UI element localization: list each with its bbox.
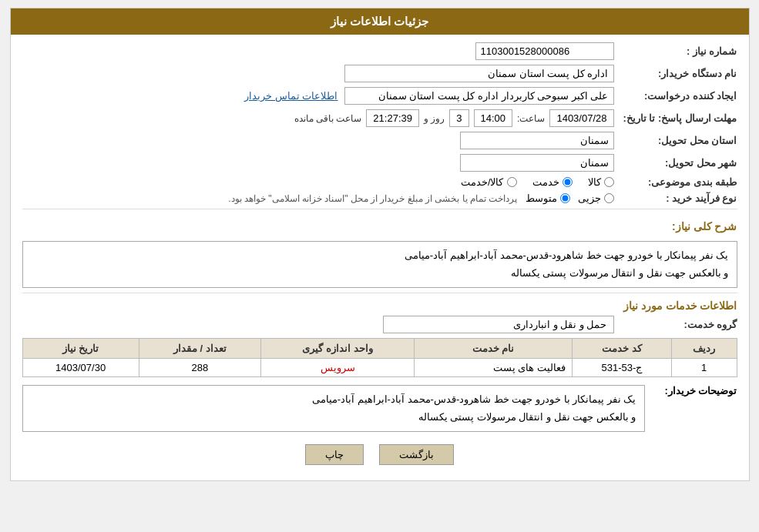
buyer-desc-line1: یک نفر پیمانکار با خودرو جهت خط شاهرود-ق… <box>312 393 636 405</box>
row-ostan: استان محل تحویل: سمنان <box>22 132 737 149</box>
back-button[interactable]: بازگشت <box>379 444 454 465</box>
radio-motawaset-label: متوسط <box>526 192 557 204</box>
value-buyer-desc: یک نفر پیمانکار با خودرو جهت خط شاهرود-ق… <box>22 385 645 432</box>
col-tedad: تعداد / مقدار <box>139 338 260 358</box>
cell-radif: 1 <box>671 358 737 376</box>
value-mohlat-remain: 21:27:39 <box>366 109 419 127</box>
value-shomare-niaz: 1103001528000086 <box>475 42 614 60</box>
cell-tedad: 288 <box>139 358 260 376</box>
radio-kala[interactable]: کالا <box>588 176 614 188</box>
divider-2 <box>22 293 737 293</box>
radio-jozii-input[interactable] <box>604 193 614 203</box>
link-tamas-khardar[interactable]: اطلاعات تماس خریدار <box>244 90 338 102</box>
cell-name: فعالیت های پست <box>415 358 573 376</box>
row-sharh: شرح کلی نیاز: <box>22 214 737 236</box>
label-tabaqe: طبقه بندی موضوعی: <box>614 176 737 188</box>
col-name: نام خدمت <box>415 338 573 358</box>
label-namdastgah: نام دستگاه خریدار: <box>614 68 737 79</box>
buyer-desc-line2: و بالعکس جهت نقل و انتقال مرسولات پستی ی… <box>418 411 636 423</box>
radio-kala-khedmat-label: کالا/خدمت <box>461 176 504 188</box>
label-mohlat-time: ساعت: <box>517 113 545 124</box>
radio-khedmat-label: خدمت <box>532 176 559 188</box>
value-namdastgah: اداره کل پست استان سمنان <box>344 65 614 82</box>
divider-1 <box>22 209 737 209</box>
page-header: جزئیات اطلاعات نیاز <box>11 8 749 35</box>
label-noeFarayand: نوع فرآیند خرید : <box>614 192 737 204</box>
value-shahr: سمنان <box>460 154 614 172</box>
radio-kala-khedmat[interactable]: کالا/خدمت <box>461 176 517 188</box>
row-namdastgah: نام دستگاه خریدار: اداره کل پست استان سم… <box>22 65 737 82</box>
label-buyer-desc: توضیحات خریدار: <box>645 385 737 396</box>
label-shahr: شهر محل تحویل: <box>614 157 737 169</box>
farayand-row: جزیی متوسط پرداخت تمام یا بخشی از مبلغ خ… <box>228 192 613 204</box>
tabaqe-radio-group: کالا خدمت کالا/خدمت <box>461 176 614 188</box>
content-area: شماره نیاز : 1103001528000086 نام دستگاه… <box>11 35 749 480</box>
cell-vahed: سرویس <box>260 358 414 376</box>
services-table: ردیف کد خدمت نام خدمت واحد اندازه گیری ت… <box>22 338 737 377</box>
label-goroh: گروه خدمت: <box>614 319 737 330</box>
row-ejadkonande: ایجاد کننده درخواست: علی اکبر سبوحی کارب… <box>22 87 737 105</box>
farayand-text: پرداخت تمام یا بخشی از مبلغ خریدار از مح… <box>228 193 517 204</box>
value-mohlat-time: 14:00 <box>474 109 513 127</box>
col-tarikh: تاریخ نیاز <box>22 338 139 358</box>
unit-text: سرویس <box>321 362 355 373</box>
table-row: 1 ج-53-531 فعالیت های پست سرویس 288 1403… <box>22 358 737 376</box>
label-ejadkonande: ایجاد کننده درخواست: <box>614 90 737 102</box>
radio-motawaset-input[interactable] <box>560 193 570 203</box>
label-ostan: استان محل تحویل: <box>614 135 737 146</box>
page-title: جزئیات اطلاعات نیاز <box>331 15 428 28</box>
row-buyer-desc: توضیحات خریدار: یک نفر پیمانکار با خودرو… <box>22 385 737 432</box>
row-shomare-niaz: شماره نیاز : 1103001528000086 <box>22 42 737 60</box>
row-mohlat: مهلت ارسال پاسخ: تا تاریخ: 1403/07/28 سا… <box>22 109 737 127</box>
row-shahr: شهر محل تحویل: سمنان <box>22 154 737 172</box>
radio-kala-khedmat-input[interactable] <box>507 177 517 187</box>
main-container: جزئیات اطلاعات نیاز شماره نیاز : 1103001… <box>10 8 750 481</box>
label-mohlat-remain: ساعت باقی مانده <box>294 113 362 124</box>
radio-jozii[interactable]: جزیی <box>578 192 614 204</box>
label-mohlat: مهلت ارسال پاسخ: تا تاریخ: <box>614 112 737 124</box>
value-mohlat-date: 1403/07/28 <box>549 109 613 127</box>
button-row: بازگشت چاپ <box>22 437 737 473</box>
radio-kala-label: کالا <box>588 176 601 188</box>
radio-jozii-label: جزیی <box>578 192 601 204</box>
radio-khedmat-input[interactable] <box>563 177 573 187</box>
col-kod: کد خدمت <box>573 338 672 358</box>
label-sharh: شرح کلی نیاز: <box>672 220 737 233</box>
cell-tarikh: 1403/07/30 <box>22 358 139 376</box>
col-vahed: واحد اندازه گیری <box>260 338 414 358</box>
value-goroh: حمل و نقل و انبارداری <box>383 316 614 333</box>
col-radif: ردیف <box>671 338 737 358</box>
label-mohlat-day: روز و <box>424 113 445 124</box>
value-mohlat-days: 3 <box>449 109 468 127</box>
sharh-line2: و بالعکس جهت نقل و انتقال مرسولات پستی ی… <box>511 267 729 279</box>
value-ejadkonande: علی اکبر سبوحی کاربردار اداره کل پست است… <box>344 87 614 105</box>
value-ostan: سمنان <box>460 132 614 149</box>
radio-kala-input[interactable] <box>604 177 614 187</box>
row-goroh: گروه خدمت: حمل و نقل و انبارداری <box>22 316 737 333</box>
sharh-line1: یک نفر پیمانکار با خودرو جهت خط شاهرود-ق… <box>405 249 729 261</box>
radio-motawaset[interactable]: متوسط <box>526 192 570 204</box>
row-noeFarayand: نوع فرآیند خرید : جزیی متوسط پرداخت تمام… <box>22 192 737 204</box>
row-tabaqe: طبقه بندی موضوعی: کالا خدمت کالا/خدمت <box>22 176 737 188</box>
cell-kod: ج-53-531 <box>573 358 672 376</box>
radio-khedmat[interactable]: خدمت <box>532 176 573 188</box>
value-sharh: یک نفر پیمانکار با خودرو جهت خط شاهرود-ق… <box>22 241 737 288</box>
print-button[interactable]: چاپ <box>305 444 364 465</box>
label-shomare-niaz: شماره نیاز : <box>614 45 737 57</box>
khadamat-section-title: اطلاعات خدمات مورد نیاز <box>22 299 737 312</box>
deadline-row: 1403/07/28 ساعت: 14:00 3 روز و 21:27:39 … <box>294 109 614 127</box>
table-header-row: ردیف کد خدمت نام خدمت واحد اندازه گیری ت… <box>22 338 737 358</box>
